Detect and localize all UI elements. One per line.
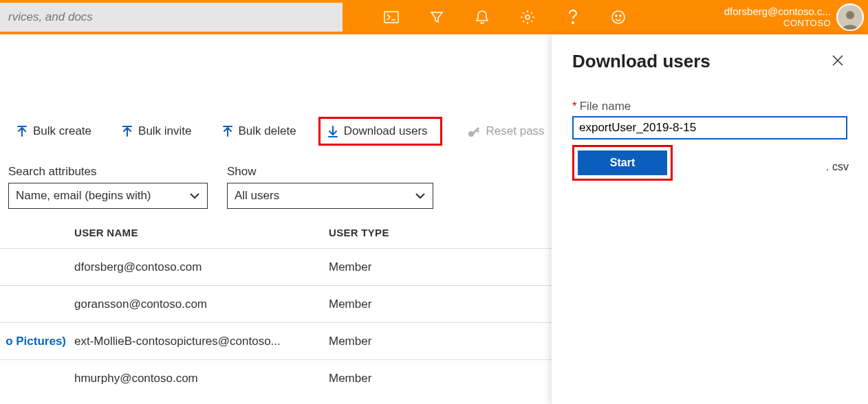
- start-button-highlight: Start: [572, 145, 673, 181]
- top-icon-bar: [369, 0, 641, 34]
- svg-point-1: [525, 15, 530, 19]
- col-header-username[interactable]: USER NAME: [74, 227, 329, 238]
- search-attributes-select[interactable]: Name, email (begins with): [8, 183, 208, 209]
- col-header-usertype[interactable]: USER TYPE: [329, 227, 466, 238]
- close-icon: [831, 54, 845, 67]
- panel-title: Download users: [572, 51, 710, 72]
- svg-point-3: [612, 11, 625, 23]
- settings-icon[interactable]: [505, 0, 550, 34]
- feedback-icon[interactable]: [596, 0, 641, 34]
- global-search-input[interactable]: [0, 3, 343, 32]
- search-attributes-value: Name, email (begins with): [16, 189, 151, 203]
- filters-row: Search attributes Name, email (begins wi…: [8, 165, 433, 209]
- svg-rect-0: [384, 12, 398, 23]
- bulk-invite-button[interactable]: Bulk invite: [116, 120, 197, 142]
- bulk-delete-button[interactable]: Bulk delete: [217, 120, 302, 142]
- cell-usertype: Member: [329, 260, 466, 274]
- svg-point-7: [846, 11, 854, 19]
- cloud-shell-icon[interactable]: [369, 0, 414, 34]
- top-bar: dforsberg@contoso.c... CONTOSO: [0, 0, 868, 34]
- file-name-label: *File name: [572, 100, 847, 113]
- cell-usertype: Member: [329, 335, 466, 348]
- download-icon: [327, 125, 338, 137]
- close-button[interactable]: [828, 51, 847, 70]
- cell-username: dforsberg@contoso.com: [74, 260, 329, 274]
- row-prefix: o Pictures): [0, 335, 74, 348]
- upload-icon: [222, 125, 233, 137]
- download-users-label: Download users: [344, 124, 428, 138]
- reset-password-label: Reset pass: [486, 124, 545, 138]
- reset-password-button: Reset pass: [462, 120, 550, 142]
- svg-point-2: [572, 22, 574, 23]
- key-icon: [467, 124, 481, 138]
- cell-username: hmurphy@contoso.com: [74, 372, 329, 385]
- filter-icon[interactable]: [414, 0, 459, 34]
- avatar: [836, 3, 864, 31]
- bulk-invite-label: Bulk invite: [138, 124, 191, 138]
- help-icon[interactable]: [550, 0, 596, 34]
- tenant-name: CONTOSO: [724, 18, 831, 29]
- cell-usertype: Member: [329, 298, 466, 311]
- notifications-icon[interactable]: [459, 0, 505, 34]
- upload-icon: [122, 125, 133, 137]
- show-select[interactable]: All users: [227, 183, 433, 209]
- cell-usertype: Member: [329, 372, 466, 385]
- user-email: dforsberg@contoso.c...: [724, 5, 831, 18]
- bulk-create-label: Bulk create: [33, 124, 91, 138]
- download-users-button[interactable]: Download users: [318, 117, 442, 146]
- svg-point-4: [616, 15, 617, 16]
- upload-icon: [17, 125, 28, 137]
- bulk-delete-label: Bulk delete: [239, 124, 296, 138]
- file-extension: . csv: [826, 161, 849, 173]
- chevron-down-icon: [415, 192, 426, 199]
- svg-point-8: [468, 131, 474, 137]
- account-control[interactable]: dforsberg@contoso.c... CONTOSO: [724, 0, 868, 34]
- start-button[interactable]: Start: [578, 150, 667, 175]
- file-name-input[interactable]: [572, 116, 847, 139]
- cell-username: ext-MollieB-contosopictures@contoso...: [74, 335, 329, 348]
- chevron-down-icon: [189, 192, 200, 199]
- download-users-panel: Download users *File name . csv Start: [552, 34, 868, 404]
- show-value: All users: [235, 189, 279, 203]
- show-label: Show: [227, 165, 433, 179]
- search-attributes-label: Search attributes: [8, 165, 208, 179]
- bulk-create-button[interactable]: Bulk create: [11, 120, 97, 142]
- svg-point-5: [620, 15, 621, 16]
- cell-username: goransson@contoso.com: [74, 298, 329, 311]
